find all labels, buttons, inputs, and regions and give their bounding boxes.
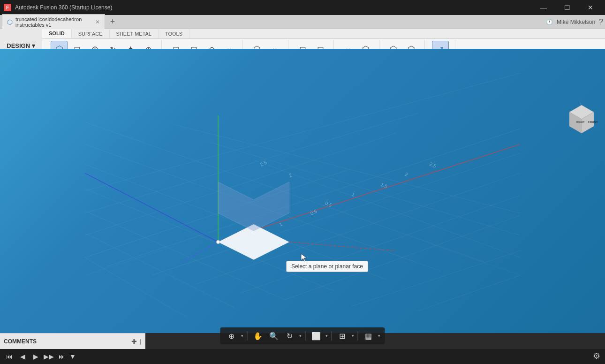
history-icon[interactable]: 🕐 — [546, 19, 553, 25]
svg-text:2: 2 — [288, 173, 293, 179]
playback-controls: ⏮ ◀ ▶ ▶▶ ⏭ ▼ — [4, 351, 76, 362]
vp-divider-2 — [305, 331, 306, 341]
svg-line-37 — [182, 242, 218, 262]
help-icon[interactable]: ? — [599, 18, 603, 26]
svg-point-39 — [216, 240, 220, 244]
play-button[interactable]: ▶ — [30, 351, 41, 362]
svg-line-24 — [85, 258, 187, 318]
user-name: Mike Mikkelson — [557, 19, 595, 25]
svg-line-13 — [418, 275, 520, 311]
tab-icon: ⬡ — [7, 18, 13, 26]
grid-dropdown-arrow: ▾ — [352, 334, 354, 338]
zoom-button[interactable]: 🔍 — [267, 329, 280, 342]
svg-text:1: 1 — [351, 191, 355, 197]
settings-icon[interactable]: ⚙ — [593, 351, 600, 361]
svg-line-7 — [107, 129, 520, 266]
add-comment-button[interactable]: ✚ — [131, 338, 137, 345]
go-to-end-button[interactable]: ⏭ — [56, 351, 68, 362]
add-tab-button[interactable]: + — [107, 16, 118, 28]
svg-text:1.5: 1.5 — [380, 182, 388, 189]
view-dropdown-arrow: ▾ — [325, 334, 328, 338]
go-to-start-button[interactable]: ⏮ — [4, 351, 15, 362]
tab-close-button[interactable]: ✕ — [95, 19, 100, 25]
tab-label: truncated icosidodecahedron instructable… — [15, 16, 90, 28]
step-forward-button[interactable]: ▶▶ — [43, 351, 54, 362]
titlebar-controls[interactable]: — ☐ ✕ — [533, 0, 601, 15]
svg-line-21 — [85, 189, 333, 291]
app-logo: F — [4, 4, 11, 11]
display-settings-button[interactable]: ⊕ — [225, 329, 238, 342]
svg-line-12 — [351, 251, 520, 306]
svg-text:2.5: 2.5 — [259, 159, 268, 167]
svg-text:RIGHT: RIGHT — [576, 121, 585, 123]
titlebar-left: F Autodesk Fusion 360 (Startup License) — [4, 4, 112, 11]
viewport-toolbar: ⊕ ▾ ✋ 🔍 ↻ ▾ ⬜ ▾ ⊞ ▾ ▦ ▾ — [220, 327, 385, 344]
viewport[interactable]: 0.5 1 1.5 0.5 1 1.5 2 2.5 2 2.5 Select a… — [0, 49, 605, 333]
view-cube-button[interactable]: ⬜ — [310, 329, 323, 342]
snap-button[interactable]: ▦ — [362, 329, 375, 342]
tab-tools[interactable]: TOOLS — [159, 29, 189, 38]
vp-divider-4 — [358, 331, 358, 341]
svg-text:↑: ↑ — [580, 102, 582, 106]
comments-divider: | — [140, 338, 141, 345]
comments-label: COMMENTS — [4, 338, 129, 345]
comments-panel: COMMENTS ✚ | — [0, 333, 145, 349]
viewport-grid: 0.5 1 1.5 0.5 1 1.5 2 2.5 2 2.5 — [0, 49, 605, 333]
titlebar: F Autodesk Fusion 360 (Startup License) … — [0, 0, 605, 15]
tab-bar: ⬡ truncated icosidodecahedron instructab… — [0, 15, 605, 29]
orbit-dropdown-arrow: ▾ — [299, 334, 302, 338]
file-tab[interactable]: ⬡ truncated icosidodecahedron instructab… — [2, 14, 105, 30]
maximize-button[interactable]: ☐ — [556, 0, 578, 15]
svg-line-8 — [151, 153, 520, 275]
grid-button[interactable]: ⊞ — [336, 329, 349, 342]
svg-text:2.5: 2.5 — [429, 161, 437, 169]
svg-text:FRONT: FRONT — [588, 121, 598, 123]
snap-dropdown-arrow: ▾ — [378, 334, 380, 338]
toolbar-tabs: SOLID SURFACE SHEET METAL TOOLS — [42, 29, 605, 39]
minimize-button[interactable]: — — [533, 0, 554, 15]
svg-line-15 — [254, 160, 520, 258]
tab-surface[interactable]: SURFACE — [72, 29, 110, 38]
svg-text:0.5: 0.5 — [310, 208, 318, 216]
svg-line-6 — [85, 73, 520, 191]
vp-divider-1 — [247, 331, 248, 341]
bottom-bar: ⏮ ◀ ▶ ▶▶ ⏭ ▼ ⚙ — [0, 349, 605, 364]
svg-text:2: 2 — [404, 172, 409, 178]
svg-text:0.5: 0.5 — [324, 200, 333, 208]
svg-line-25 — [431, 244, 520, 275]
svg-line-38 — [289, 242, 396, 251]
tab-solid[interactable]: SOLID — [42, 29, 72, 38]
titlebar-title: Autodesk Fusion 360 (Startup License) — [15, 4, 112, 11]
tab-sheet-metal[interactable]: SHEET METAL — [110, 29, 159, 38]
view-cube[interactable]: FRONT RIGHT ↑ — [563, 100, 600, 138]
svg-text:1: 1 — [279, 221, 283, 228]
display-dropdown-arrow: ▾ — [241, 334, 243, 338]
orbit-button[interactable]: ↻ — [283, 329, 296, 342]
filter-icon[interactable]: ▼ — [69, 353, 76, 360]
pan-button[interactable]: ✋ — [251, 329, 265, 342]
svg-line-0 — [218, 144, 520, 242]
close-button[interactable]: ✕ — [580, 0, 601, 15]
svg-line-5 — [85, 113, 418, 213]
step-back-button[interactable]: ◀ — [17, 351, 28, 362]
vp-divider-3 — [332, 331, 332, 341]
